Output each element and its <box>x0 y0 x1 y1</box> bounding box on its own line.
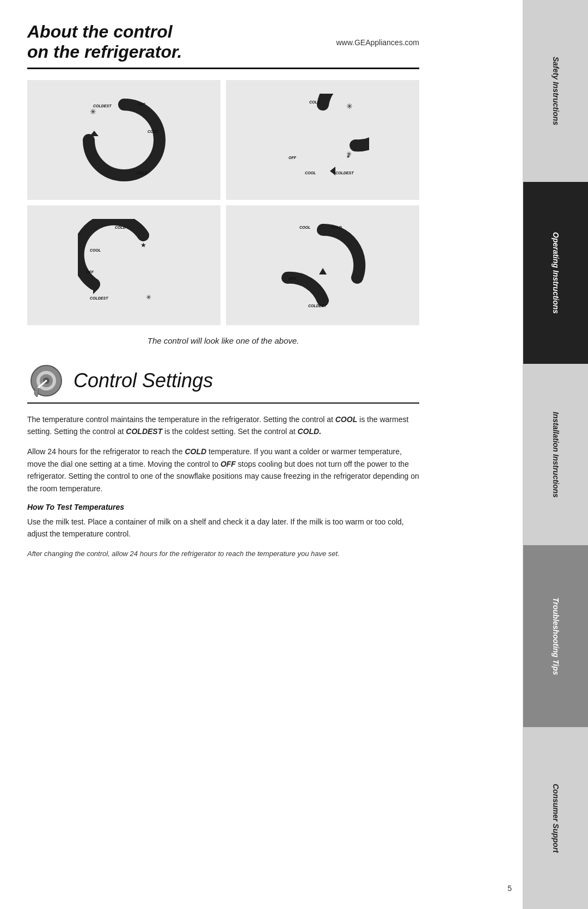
sidebar-installation: Installation Instructions <box>523 364 588 546</box>
dial-4: COOL COLD OFF COLDEST <box>226 205 419 325</box>
svg-text:COLD: COLD <box>115 225 126 229</box>
dial-3: COLD COOL OFF COLDEST ★ ✳ <box>27 205 220 325</box>
sidebar-consumer: Consumer Support <box>523 727 588 909</box>
svg-text:COOL: COOL <box>305 171 316 175</box>
svg-text:★: ★ <box>140 241 146 249</box>
svg-text:✳: ✳ <box>90 107 96 116</box>
svg-text:COLD: COLD <box>137 171 148 175</box>
main-content: About the control on the refrigerator. w… <box>0 0 446 909</box>
svg-text:OFF: OFF <box>138 102 146 106</box>
control-icon <box>27 362 65 400</box>
sidebar-troubleshooting: Troubleshooting Tips <box>523 545 588 727</box>
section-header: Control Settings <box>27 362 419 400</box>
paragraph-1: The temperature control maintains the te… <box>27 413 419 438</box>
svg-text:✳: ✳ <box>146 294 151 301</box>
sidebar-safety: Safety Instructions <box>523 0 588 182</box>
svg-text:COOL: COOL <box>148 130 158 133</box>
svg-marker-14 <box>330 167 335 175</box>
sidebar: Safety Instructions Operating Instructio… <box>523 0 588 909</box>
svg-text:OFF: OFF <box>289 277 297 280</box>
svg-text:COLDEST: COLDEST <box>90 296 108 300</box>
paragraph-2: Allow 24 hours for the refrigerator to r… <box>27 446 419 495</box>
svg-text:COOL: COOL <box>299 225 310 229</box>
dial-1: COLDEST OFF COOL COLD ✳ ✳ <box>27 80 220 200</box>
svg-text:COLDEST: COLDEST <box>308 304 327 308</box>
svg-text:✳: ✳ <box>346 150 352 158</box>
svg-text:✳: ✳ <box>346 102 353 111</box>
dial-2: COLD ✳ ✳ COOL OFF COLDEST ✳ <box>226 80 419 200</box>
svg-text:COOL: COOL <box>90 248 101 252</box>
svg-text:COLD: COLD <box>309 100 320 104</box>
svg-text:OFF: OFF <box>86 270 94 274</box>
section-divider <box>27 402 419 404</box>
svg-marker-26 <box>319 268 327 274</box>
italic-note: After changing the control, allow 24 hou… <box>27 548 419 559</box>
website-url: www.GEAppliances.com <box>336 38 419 47</box>
svg-marker-6 <box>90 131 99 136</box>
dial-caption: The control will look like one of the ab… <box>27 336 419 345</box>
page-number: 5 <box>507 884 512 893</box>
svg-text:OFF: OFF <box>289 156 297 160</box>
how-to-text: Use the milk test. Place a container of … <box>27 516 419 540</box>
sidebar-operating: Operating Instructions <box>523 182 588 364</box>
header: About the control on the refrigerator. w… <box>27 22 419 62</box>
dial-grid: COLDEST OFF COOL COLD ✳ ✳ COLD ✳ ✳ <box>27 80 419 325</box>
header-divider <box>27 68 419 69</box>
svg-text:✳: ✳ <box>88 144 94 152</box>
svg-text:COLDEST: COLDEST <box>335 171 354 175</box>
page-title: About the control on the refrigerator. <box>27 22 182 62</box>
svg-text:COLD: COLD <box>331 225 342 229</box>
how-to-title: How To Test Temperatures <box>27 503 419 511</box>
control-settings-title: Control Settings <box>74 369 213 392</box>
